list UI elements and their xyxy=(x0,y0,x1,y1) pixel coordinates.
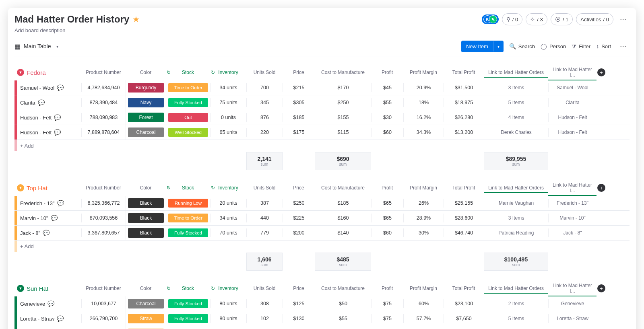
cell[interactable]: Forest xyxy=(126,110,166,125)
cell[interactable]: $185 xyxy=(283,113,315,122)
column-header[interactable]: Link to Mad Hatter I... xyxy=(548,180,597,196)
cell[interactable]: Loretta - Straw xyxy=(548,314,597,323)
cell[interactable]: 80 units xyxy=(210,299,246,308)
cell[interactable]: Frederich - 13" xyxy=(548,199,597,208)
column-header[interactable]: Product Number xyxy=(81,183,126,193)
cell[interactable]: 34 units xyxy=(210,83,246,92)
chat-icon[interactable]: 💬 xyxy=(51,215,58,221)
cell[interactable]: Fully Stocked xyxy=(166,96,210,109)
cell[interactable]: $250 xyxy=(283,199,315,208)
cell[interactable]: Hudson - Felt xyxy=(548,128,597,137)
chat-icon[interactable]: 💬 xyxy=(54,129,61,136)
person-button[interactable]: ◯ Person xyxy=(541,43,566,49)
collapse-icon[interactable]: ▼ xyxy=(17,184,24,191)
column-header[interactable]: Price xyxy=(283,67,315,78)
cell[interactable]: $26,280 xyxy=(444,113,484,122)
column-header[interactable]: Color xyxy=(126,67,166,78)
cell[interactable]: 788,090,983 xyxy=(81,113,126,122)
more-menu-button[interactable]: ⋯ xyxy=(617,13,630,26)
column-header[interactable]: ↻Inventory xyxy=(210,67,246,78)
cell[interactable]: 440 xyxy=(246,214,283,222)
cell[interactable]: $65 xyxy=(371,199,403,208)
cell[interactable]: $55 xyxy=(315,314,371,323)
cell[interactable]: $170 xyxy=(315,83,371,92)
column-header[interactable]: Profit xyxy=(371,283,403,294)
new-item-button[interactable]: New Item ▾ xyxy=(461,41,504,52)
column-header[interactable]: Total Profit xyxy=(444,67,484,78)
cell[interactable]: Straw xyxy=(126,326,166,329)
cell[interactable]: Marvin - 10" xyxy=(548,214,597,222)
cell[interactable]: $215 xyxy=(283,83,315,92)
cell[interactable]: Navy xyxy=(126,95,166,110)
item-name-cell[interactable]: Clarita💬 xyxy=(17,98,81,107)
cell[interactable]: Jack - 8" xyxy=(548,228,597,237)
column-header[interactable]: Price xyxy=(283,183,315,193)
cell[interactable]: $31,500 xyxy=(444,83,484,92)
cell[interactable]: 870,093,556 xyxy=(81,214,126,222)
column-header[interactable]: Total Profit xyxy=(444,283,484,294)
cell[interactable]: $60 xyxy=(371,128,403,137)
cell[interactable]: 70 units xyxy=(210,228,246,237)
column-header[interactable]: Link to Mad Hatter I... xyxy=(548,64,597,80)
cell[interactable]: $250 xyxy=(315,98,371,107)
column-header[interactable]: Profit Margin xyxy=(403,283,444,294)
cell[interactable]: 0 units xyxy=(210,113,246,122)
table-row[interactable]: Samuel - Wool💬4,782,634,940BurgundyTime … xyxy=(14,80,630,95)
collapse-icon[interactable]: ▼ xyxy=(17,69,24,76)
cell[interactable]: $55 xyxy=(371,98,403,107)
column-header[interactable]: Cost to Manufacture xyxy=(315,283,371,294)
column-header[interactable]: ↻Inventory xyxy=(210,183,246,193)
cell[interactable]: 387 xyxy=(246,199,283,208)
cell[interactable]: $7,650 xyxy=(444,314,484,323)
table-row[interactable]: Hudson - Felt💬788,090,983ForestOut0 unit… xyxy=(14,110,630,125)
column-header[interactable]: ↻Inventory xyxy=(210,283,246,294)
members-pill[interactable]: ⦿ / 1 xyxy=(551,13,573,25)
item-name-cell[interactable]: Samuel - Wool💬 xyxy=(17,83,81,93)
item-name-cell[interactable]: Jack - 8"💬 xyxy=(17,228,81,238)
cell[interactable]: Out xyxy=(166,111,210,124)
column-header[interactable]: ↻Stock xyxy=(166,67,210,78)
chat-icon[interactable]: 💬 xyxy=(38,99,45,106)
item-name-cell[interactable]: Hudson - Felt💬 xyxy=(17,127,81,137)
cell[interactable]: $46,740 xyxy=(444,228,484,237)
cell[interactable]: 60% xyxy=(403,299,444,308)
table-row[interactable]: Clarita💬878,390,484NavyFully Stocked75 u… xyxy=(14,95,630,110)
cell[interactable]: $200 xyxy=(283,228,315,237)
cell[interactable]: 3 Items xyxy=(484,83,548,92)
sort-button[interactable]: ↕ Sort xyxy=(596,43,611,49)
cell[interactable]: Samuel - Wool xyxy=(548,83,597,92)
cell[interactable]: 57.7% xyxy=(403,314,444,323)
cell[interactable]: Hudson - Felt xyxy=(548,113,597,122)
view-picker[interactable]: ▦ Main Table ▾ xyxy=(14,43,58,50)
cell[interactable]: 28.9% xyxy=(403,214,444,222)
add-item-row[interactable]: + Add xyxy=(14,140,630,151)
column-header[interactable]: Link to Mad Hatter Orders xyxy=(484,183,548,193)
column-header[interactable]: Total Profit xyxy=(444,183,484,193)
cell[interactable]: 20.9% xyxy=(403,83,444,92)
cell[interactable]: Time to Order xyxy=(166,81,210,95)
cell[interactable]: Patricia Reading xyxy=(484,228,548,237)
cell[interactable]: 7,889,878,604 xyxy=(81,128,126,137)
column-header[interactable]: Color xyxy=(126,283,166,294)
cell[interactable]: 10,003,677 xyxy=(81,299,126,308)
column-header[interactable]: Color xyxy=(126,183,166,193)
avatar-pill[interactable]: K ✎ xyxy=(482,14,499,24)
cell[interactable]: $13,200 xyxy=(444,128,484,137)
column-header[interactable]: Units Sold xyxy=(246,183,283,193)
cell[interactable]: 878,390,484 xyxy=(81,98,126,107)
add-column-button[interactable]: + xyxy=(597,184,605,192)
column-header[interactable]: Profit xyxy=(371,67,403,78)
chat-icon[interactable]: 💬 xyxy=(57,315,64,322)
chat-icon[interactable]: 💬 xyxy=(57,84,64,91)
column-header[interactable]: Units Sold xyxy=(246,283,283,294)
cell[interactable]: 18% xyxy=(403,98,444,107)
cell[interactable]: Genevieve xyxy=(548,299,597,308)
table-row[interactable]: Hudson - Felt💬7,889,878,604CharcoalWell … xyxy=(14,125,630,140)
activities-pill[interactable]: Activities / 0 xyxy=(576,13,613,25)
cell[interactable]: 700 xyxy=(246,83,283,92)
table-row[interactable]: Frederich - 13"💬6,325,366,772BlackRunnin… xyxy=(14,196,630,211)
cell[interactable]: 65 units xyxy=(210,128,246,137)
cell[interactable]: 876 xyxy=(246,113,283,122)
chat-icon[interactable]: 💬 xyxy=(47,300,54,307)
cell[interactable]: Charcoal xyxy=(126,296,166,311)
